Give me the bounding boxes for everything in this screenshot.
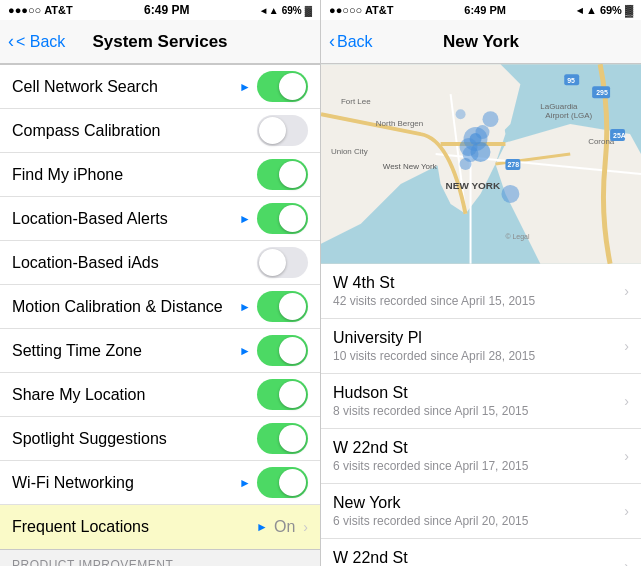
location-desc: 10 visits recorded since April 28, 2015 — [333, 349, 624, 363]
toggle-location-iads[interactable] — [257, 247, 308, 278]
left-carrier: ●●●○○ AT&T — [8, 4, 73, 16]
list-item[interactable]: Compass Calibration — [0, 109, 320, 153]
svg-point-35 — [456, 109, 466, 119]
svg-text:NEW YORK: NEW YORK — [446, 180, 501, 191]
svg-text:West New York: West New York — [383, 162, 437, 171]
location-desc: 6 visits recorded since April 20, 2015 — [333, 514, 624, 528]
chevron-right-icon: › — [624, 448, 629, 464]
svg-text:Fort Lee: Fort Lee — [341, 97, 371, 106]
svg-text:© Legal: © Legal — [505, 233, 530, 241]
right-battery: ◂ ▲ 69% ▓ — [577, 4, 633, 17]
list-item[interactable]: Share My Location — [0, 373, 320, 417]
list-item[interactable]: Cell Network Search ► — [0, 65, 320, 109]
svg-text:Union City: Union City — [331, 147, 368, 156]
battery-bar: ▓ — [625, 4, 633, 16]
battery-bar: ▓ — [305, 5, 312, 16]
left-nav-bar: ‹ < Back System Services — [0, 20, 320, 64]
item-label: Setting Time Zone — [12, 342, 142, 360]
back-label[interactable]: < Back — [16, 33, 65, 51]
toggle-location-alerts[interactable] — [257, 203, 308, 234]
carrier-name: AT&T — [44, 4, 73, 16]
svg-text:LaGuardia: LaGuardia — [540, 102, 578, 111]
toggle-find-iphone[interactable] — [257, 159, 308, 190]
settings-list: Cell Network Search ► Compass Calibratio… — [0, 64, 320, 566]
item-label: Location-Based Alerts — [12, 210, 168, 228]
list-item[interactable]: Find My iPhone — [0, 153, 320, 197]
right-nav-bar: ‹ Back New York — [321, 20, 641, 64]
right-time: 6:49 PM — [464, 4, 506, 16]
list-item[interactable]: University Pl 10 visits recorded since A… — [321, 319, 641, 374]
chevron-right-icon: › — [624, 393, 629, 409]
svg-text:Airport (LGA): Airport (LGA) — [545, 111, 592, 120]
back-button[interactable]: ‹ < Back — [8, 31, 65, 52]
svg-text:95: 95 — [567, 77, 575, 84]
svg-text:278: 278 — [507, 161, 519, 168]
list-item[interactable]: Location-Based iAds — [0, 241, 320, 285]
svg-text:295: 295 — [596, 89, 608, 96]
back-label[interactable]: Back — [337, 33, 373, 51]
left-time: 6:49 PM — [144, 3, 189, 17]
toggle-cell-network[interactable] — [257, 71, 308, 102]
right-back-button[interactable]: ‹ Back — [329, 31, 373, 52]
list-item[interactable]: Spotlight Suggestions — [0, 417, 320, 461]
item-label: Spotlight Suggestions — [12, 430, 167, 448]
location-name: New York — [333, 494, 624, 512]
svg-text:25A: 25A — [613, 132, 626, 139]
location-name: W 22nd St — [333, 439, 624, 457]
toggle-compass[interactable] — [257, 115, 308, 146]
map-view[interactable]: Fort Lee North Bergen Union City West Ne… — [321, 64, 641, 264]
location-desc: 42 visits recorded since April 15, 2015 — [333, 294, 624, 308]
location-arrow-icon: ► — [239, 80, 251, 94]
back-chevron-icon: ‹ — [8, 31, 14, 52]
location-arrow-icon: ► — [239, 300, 251, 314]
list-item[interactable]: Wi-Fi Networking ► — [0, 461, 320, 505]
svg-text:North Bergen: North Bergen — [376, 119, 423, 128]
location-name: W 22nd St — [333, 549, 624, 566]
back-chevron-icon: ‹ — [329, 31, 335, 52]
location-icon: ◂ — [261, 5, 266, 16]
location-list: W 4th St 42 visits recorded since April … — [321, 264, 641, 566]
left-nav-title: System Services — [92, 32, 227, 52]
list-item[interactable]: W 22nd St 5 visits recorded since April … — [321, 539, 641, 566]
list-item[interactable]: W 22nd St 6 visits recorded since April … — [321, 429, 641, 484]
signal-dots: ●●○○○ — [329, 4, 362, 16]
location-name: University Pl — [333, 329, 624, 347]
svg-point-32 — [460, 158, 472, 170]
list-item-frequent[interactable]: Frequent Locations ► On › — [0, 505, 320, 549]
svg-point-29 — [476, 125, 490, 139]
list-item[interactable]: New York 6 visits recorded since April 2… — [321, 484, 641, 539]
svg-point-33 — [482, 111, 498, 127]
location-name: Hudson St — [333, 384, 624, 402]
location-arrow-icon: ► — [256, 520, 268, 534]
location-desc: 8 visits recorded since April 15, 2015 — [333, 404, 624, 418]
chevron-right-icon: › — [624, 283, 629, 299]
wifi-icon: ▲ — [269, 5, 279, 16]
location-arrow-icon: ► — [239, 212, 251, 226]
left-status-bar: ●●●○○ AT&T 6:49 PM ◂ ▲ 69% ▓ — [0, 0, 320, 20]
item-label: Share My Location — [12, 386, 145, 404]
wifi-icon: ▲ — [586, 4, 597, 16]
right-panel: ●●○○○ AT&T 6:49 PM ◂ ▲ 69% ▓ ‹ Back New … — [320, 0, 641, 566]
item-label: Find My iPhone — [12, 166, 123, 184]
section-header-product: PRODUCT IMPROVEMENT — [0, 550, 320, 566]
toggle-wifi[interactable] — [257, 467, 308, 498]
toggle-timezone[interactable] — [257, 335, 308, 366]
location-icon: ◂ — [577, 4, 583, 16]
svg-point-34 — [501, 185, 519, 203]
item-label: Cell Network Search — [12, 78, 158, 96]
list-item[interactable]: W 4th St 42 visits recorded since April … — [321, 264, 641, 319]
toggle-share-location[interactable] — [257, 379, 308, 410]
toggle-motion[interactable] — [257, 291, 308, 322]
list-item[interactable]: Hudson St 8 visits recorded since April … — [321, 374, 641, 429]
map-svg: Fort Lee North Bergen Union City West Ne… — [321, 64, 641, 264]
right-status-bar: ●●○○○ AT&T 6:49 PM ◂ ▲ 69% ▓ — [321, 0, 641, 20]
chevron-right-icon: › — [624, 338, 629, 354]
list-item[interactable]: Motion Calibration & Distance ► — [0, 285, 320, 329]
location-desc: 6 visits recorded since April 17, 2015 — [333, 459, 624, 473]
list-item[interactable]: Location-Based Alerts ► — [0, 197, 320, 241]
location-arrow-icon: ► — [239, 344, 251, 358]
list-item[interactable]: Setting Time Zone ► — [0, 329, 320, 373]
toggle-spotlight[interactable] — [257, 423, 308, 454]
main-settings-group: Cell Network Search ► Compass Calibratio… — [0, 64, 320, 550]
right-carrier: ●●○○○ AT&T — [329, 4, 393, 16]
